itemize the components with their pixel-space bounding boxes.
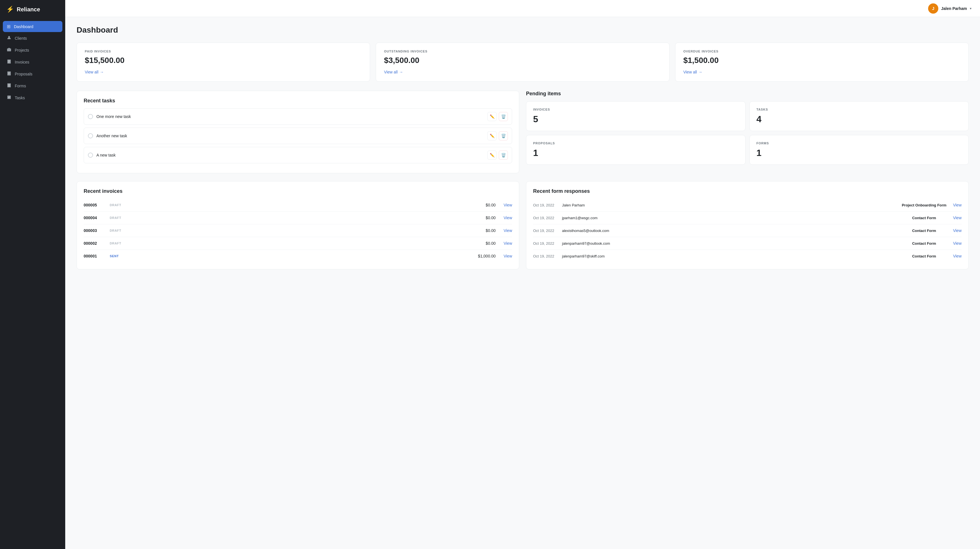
pending-proposals-card: PROPOSALS 1 [526,135,746,165]
invoice-status-4: DRAFT [110,242,130,245]
task-actions-3: ✏️ 🗑️ [487,151,508,160]
invoice-row-4: 000002 DRAFT $0.00 View [84,237,512,250]
invoice-view-button-3[interactable]: View [504,228,512,233]
task-label-3: A new task [96,153,484,158]
pending-tasks-card: TASKS 4 [749,101,969,131]
proposals-icon [7,71,11,77]
chevron-down-icon: ▾ [970,6,972,11]
sidebar-nav: ⊞ Dashboard Clients Projects Invoices [0,19,65,106]
overdue-invoices-card: OVERDUE INVOICES $1,500.00 View all → [675,43,969,82]
summary-cards: PAID INVOICES $15,500.00 View all → OUTS… [76,43,969,82]
form-date-1: Oct 19, 2022 [533,203,558,207]
form-row-2: Oct 19, 2022 jparham1@wsgc.com Contact F… [533,212,962,224]
form-view-button-5[interactable]: View [953,254,962,258]
pending-forms-label: FORMS [757,142,962,145]
form-date-2: Oct 19, 2022 [533,216,558,220]
pending-items-section: Pending items INVOICES 5 TASKS 4 PROPOSA… [526,91,969,173]
sidebar-item-label: Projects [15,48,29,53]
form-contact-4: jalenparham97@outlook.com [562,241,895,245]
recent-invoices-title: Recent invoices [84,188,512,194]
form-view-button-1[interactable]: View [953,203,962,207]
task-edit-button-2[interactable]: ✏️ [487,131,496,140]
paid-invoices-card: PAID INVOICES $15,500.00 View all → [76,43,370,82]
form-row-1: Oct 19, 2022 Jalen Parham Project Onboar… [533,199,962,212]
sidebar-item-label: Clients [15,36,27,41]
svg-rect-6 [7,72,11,75]
invoice-view-button-5[interactable]: View [504,254,512,258]
recent-tasks-section: Recent tasks One more new task ✏️ 🗑️ Ano… [76,91,519,173]
pending-invoices-card: INVOICES 5 [526,101,746,131]
app-name: Reliance [17,6,40,13]
overdue-invoices-view-all[interactable]: View all → [683,70,702,74]
task-delete-button-2[interactable]: 🗑️ [499,131,508,140]
outstanding-invoices-view-all[interactable]: View all → [384,70,403,74]
form-view-button-3[interactable]: View [953,228,962,233]
task-actions-1: ✏️ 🗑️ [487,112,508,121]
form-contact-2: jparham1@wsgc.com [562,216,895,220]
sidebar-item-forms[interactable]: Forms [3,80,62,92]
task-edit-button-1[interactable]: ✏️ [487,112,496,121]
task-label-1: One more new task [96,114,484,119]
pending-grid: INVOICES 5 TASKS 4 PROPOSALS 1 FORMS 1 [526,101,969,165]
invoice-row-3: 000003 DRAFT $0.00 View [84,224,512,237]
form-view-button-2[interactable]: View [953,215,962,220]
pending-invoices-label: INVOICES [533,108,738,111]
pending-forms-value: 1 [757,148,962,158]
task-actions-2: ✏️ 🗑️ [487,131,508,140]
user-menu[interactable]: J Jalen Parham ▾ [928,3,972,14]
invoice-view-button-4[interactable]: View [504,241,512,245]
form-name-5: Contact Form [899,254,950,258]
pending-tasks-label: TASKS [757,108,962,111]
recent-forms-title: Recent form responses [533,188,962,194]
invoice-row-2: 000004 DRAFT $0.00 View [84,212,512,224]
sidebar-item-invoices[interactable]: Invoices [3,56,62,68]
task-item: A new task ✏️ 🗑️ [84,147,512,163]
invoice-amount-4: $0.00 [133,241,496,245]
outstanding-invoices-value: $3,500.00 [384,56,661,65]
sidebar-item-label: Forms [15,84,26,88]
task-checkbox-2[interactable] [88,133,93,138]
form-contact-3: alexisthomas5@outlook.com [562,229,895,233]
invoice-row-1: 000005 DRAFT $0.00 View [84,199,512,212]
form-row-3: Oct 19, 2022 alexisthomas5@outlook.com C… [533,224,962,237]
sidebar-item-label: Invoices [15,60,29,64]
form-row-5: Oct 19, 2022 jalenparham97@skiff.com Con… [533,250,962,262]
form-date-3: Oct 19, 2022 [533,229,558,233]
app-logo: ⚡ Reliance [0,0,65,19]
invoice-status-3: DRAFT [110,229,130,232]
task-delete-button-3[interactable]: 🗑️ [499,151,508,160]
task-checkbox-3[interactable] [88,153,93,158]
header: J Jalen Parham ▾ [65,0,980,17]
form-contact-5: jalenparham97@skiff.com [562,254,895,258]
task-edit-button-3[interactable]: ✏️ [487,151,496,160]
page-title: Dashboard [76,25,969,35]
sidebar-item-tasks[interactable]: Tasks [3,92,62,103]
forms-icon [7,83,11,89]
task-checkbox-1[interactable] [88,114,93,119]
invoice-view-button-1[interactable]: View [504,203,512,207]
bolt-icon: ⚡ [6,6,14,13]
sidebar-item-projects[interactable]: Projects [3,45,62,56]
form-contact-1: Jalen Parham [562,203,895,207]
pending-proposals-label: PROPOSALS [533,142,738,145]
task-item: One more new task ✏️ 🗑️ [84,108,512,125]
form-date-4: Oct 19, 2022 [533,241,558,245]
bottom-section: Recent invoices 000005 DRAFT $0.00 View … [76,181,969,269]
paid-invoices-view-all[interactable]: View all → [85,70,104,74]
sidebar: ⚡ Reliance ⊞ Dashboard Clients Projects … [0,0,65,549]
pending-invoices-value: 5 [533,114,738,124]
middle-section: Recent tasks One more new task ✏️ 🗑️ Ano… [76,91,969,173]
task-delete-button-1[interactable]: 🗑️ [499,112,508,121]
sidebar-item-proposals[interactable]: Proposals [3,68,62,80]
pending-proposals-value: 1 [533,148,738,158]
form-name-4: Contact Form [899,241,950,245]
dashboard-icon: ⊞ [7,24,11,29]
sidebar-item-dashboard[interactable]: ⊞ Dashboard [3,21,62,32]
recent-invoices-section: Recent invoices 000005 DRAFT $0.00 View … [76,181,519,269]
recent-tasks-title: Recent tasks [84,98,512,104]
invoice-view-button-2[interactable]: View [504,215,512,220]
form-view-button-4[interactable]: View [953,241,962,245]
task-item: Another new task ✏️ 🗑️ [84,127,512,144]
form-name-2: Contact Form [899,216,950,220]
sidebar-item-clients[interactable]: Clients [3,33,62,44]
